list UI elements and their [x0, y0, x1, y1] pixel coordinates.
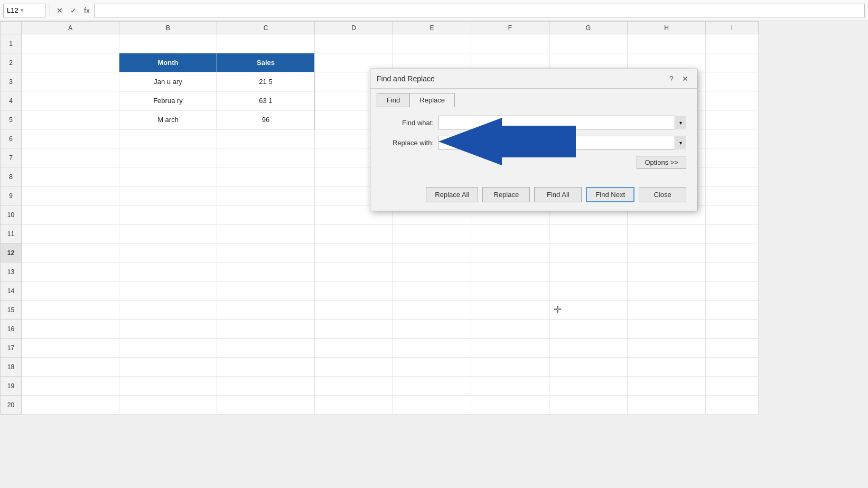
cell-c1[interactable] [217, 34, 315, 53]
cell-c11[interactable] [217, 224, 315, 243]
cell-h12[interactable] [628, 243, 706, 262]
cell-b7[interactable] [119, 148, 217, 167]
cell-i10[interactable] [706, 205, 759, 224]
cell-e1[interactable] [393, 34, 471, 53]
cell-c9[interactable] [217, 186, 315, 205]
cell-c5[interactable]: 96 [217, 110, 315, 129]
cell-a16[interactable] [22, 320, 119, 339]
col-header-b[interactable]: B [119, 22, 217, 34]
replace-all-button[interactable]: Replace All [426, 187, 478, 202]
cell-b2[interactable]: Month [119, 53, 217, 72]
cell-e16[interactable] [393, 320, 471, 339]
cell-c17[interactable] [217, 339, 315, 358]
formula-input[interactable] [94, 4, 865, 17]
find-replace-dialog[interactable]: Find and Replace ? ✕ Find Replace Find w… [370, 69, 697, 211]
row-header-9[interactable]: 9 [1, 186, 22, 205]
cell-h1[interactable] [628, 34, 706, 53]
cell-f12[interactable] [471, 243, 549, 262]
cell-a8[interactable] [22, 167, 119, 186]
row-header-7[interactable]: 7 [1, 148, 22, 167]
cell-a4[interactable] [22, 91, 119, 110]
cell-b15[interactable] [119, 301, 217, 320]
row-header-6[interactable]: 6 [1, 129, 22, 148]
cell-h19[interactable] [628, 377, 706, 396]
function-icon[interactable]: fx [82, 5, 92, 16]
cell-h18[interactable] [628, 358, 706, 377]
cell-c4[interactable]: 63 1 [217, 91, 315, 110]
cell-h16[interactable] [628, 320, 706, 339]
cell-g15[interactable] [549, 301, 628, 320]
cell-i9[interactable] [706, 186, 759, 205]
cell-c10[interactable] [217, 205, 315, 224]
cell-c19[interactable] [217, 377, 315, 396]
col-header-d[interactable]: D [315, 22, 393, 34]
cell-c13[interactable] [217, 262, 315, 281]
cell-d12[interactable] [315, 243, 393, 262]
cell-g17[interactable] [549, 339, 628, 358]
cell-b19[interactable] [119, 377, 217, 396]
dialog-help-icon[interactable]: ? [666, 73, 677, 84]
replace-button[interactable]: Replace [482, 187, 530, 202]
cell-i5[interactable] [706, 110, 759, 129]
col-header-g[interactable]: G [549, 22, 628, 34]
cell-b11[interactable] [119, 224, 217, 243]
cell-i14[interactable] [706, 281, 759, 301]
options-button[interactable]: Options >> [637, 156, 686, 169]
row-header-10[interactable]: 10 [1, 205, 22, 224]
row-header-4[interactable]: 4 [1, 91, 22, 110]
cell-c16[interactable] [217, 320, 315, 339]
cell-a5[interactable] [22, 110, 119, 129]
cell-c3[interactable]: 21 5 [217, 72, 315, 91]
cell-f18[interactable] [471, 358, 549, 377]
cell-b17[interactable] [119, 339, 217, 358]
cell-c12[interactable] [217, 243, 315, 262]
confirm-icon[interactable]: ✓ [68, 5, 79, 16]
cell-a2[interactable] [22, 53, 119, 72]
cell-h20[interactable] [628, 396, 706, 415]
cell-h15[interactable] [628, 301, 706, 320]
cell-b12[interactable] [119, 243, 217, 262]
cell-d20[interactable] [315, 396, 393, 415]
cell-i16[interactable] [706, 320, 759, 339]
cell-a1[interactable] [22, 34, 119, 53]
cell-a9[interactable] [22, 186, 119, 205]
cell-c14[interactable] [217, 281, 315, 301]
cell-c15[interactable] [217, 301, 315, 320]
cell-g19[interactable] [549, 377, 628, 396]
cell-i1[interactable] [706, 34, 759, 53]
cell-b4[interactable]: Februa ry [119, 91, 217, 110]
cell-a15[interactable] [22, 301, 119, 320]
cell-h11[interactable] [628, 224, 706, 243]
cell-c2[interactable]: Sales [217, 53, 315, 72]
close-button[interactable]: Close [639, 187, 686, 202]
cell-b20[interactable] [119, 396, 217, 415]
row-header-8[interactable]: 8 [1, 167, 22, 186]
cell-c18[interactable] [217, 358, 315, 377]
cell-d19[interactable] [315, 377, 393, 396]
cell-h13[interactable] [628, 262, 706, 281]
cell-d14[interactable] [315, 281, 393, 301]
cell-i20[interactable] [706, 396, 759, 415]
replace-with-input[interactable] [438, 136, 686, 149]
cell-g18[interactable] [549, 358, 628, 377]
cell-e12[interactable] [393, 243, 471, 262]
row-header-5[interactable]: 5 [1, 110, 22, 129]
cell-d13[interactable] [315, 262, 393, 281]
cell-b13[interactable] [119, 262, 217, 281]
cell-a11[interactable] [22, 224, 119, 243]
cell-b5[interactable]: M arch [119, 110, 217, 129]
cell-i12[interactable] [706, 243, 759, 262]
cell-b8[interactable] [119, 167, 217, 186]
cell-d16[interactable] [315, 320, 393, 339]
cell-b1[interactable] [119, 34, 217, 53]
cell-a20[interactable] [22, 396, 119, 415]
cell-g12[interactable] [549, 243, 628, 262]
cell-a13[interactable] [22, 262, 119, 281]
cell-reference-box[interactable]: L12 ▾ [3, 4, 45, 17]
cell-c8[interactable] [217, 167, 315, 186]
cell-f13[interactable] [471, 262, 549, 281]
tab-find[interactable]: Find [377, 93, 409, 107]
cell-e15[interactable] [393, 301, 471, 320]
cell-g11[interactable] [549, 224, 628, 243]
cell-g13[interactable] [549, 262, 628, 281]
